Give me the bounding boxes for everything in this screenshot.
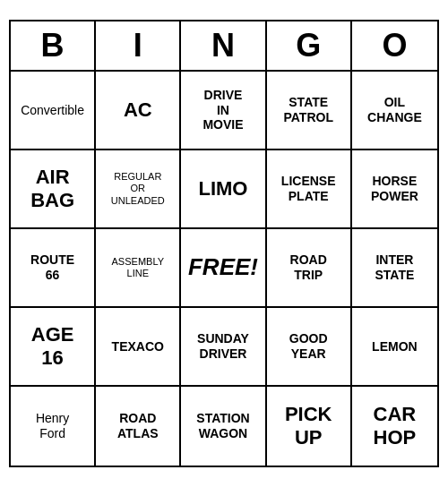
bingo-cell-16: TEXACO [96,308,181,387]
bingo-cell-6: REGULAR OR UNLEADED [96,150,181,229]
bingo-cell-3: STATE PATROL [267,72,352,150]
bingo-cell-19: LEMON [352,308,437,387]
bingo-cell-11: ASSEMBLY LINE [96,229,181,308]
bingo-cell-13: ROAD TRIP [267,229,352,308]
header-b: B [11,21,96,70]
bingo-cell-12: Free! [181,229,266,308]
bingo-header: B I N G O [11,21,437,72]
bingo-cell-8: LICENSE PLATE [267,150,352,229]
bingo-cell-20: Henry Ford [11,387,96,466]
bingo-grid: ConvertibleACDRIVE IN MOVIESTATE PATROLO… [11,72,437,466]
bingo-cell-24: CAR HOP [352,387,437,466]
bingo-cell-7: LIMO [181,150,266,229]
header-g: G [267,21,352,70]
header-n: N [181,21,266,70]
bingo-cell-21: ROAD ATLAS [96,387,181,466]
header-i: I [96,21,181,70]
bingo-cell-0: Convertible [11,72,96,150]
bingo-cell-22: STATION WAGON [181,387,266,466]
bingo-cell-15: AGE 16 [11,308,96,387]
bingo-cell-10: ROUTE 66 [11,229,96,308]
bingo-cell-17: SUNDAY DRIVER [181,308,266,387]
bingo-card: B I N G O ConvertibleACDRIVE IN MOVIESTA… [9,20,439,467]
bingo-cell-1: AC [96,72,181,150]
bingo-cell-4: OIL CHANGE [352,72,437,150]
bingo-cell-5: AIR BAG [11,150,96,229]
bingo-cell-2: DRIVE IN MOVIE [181,72,266,150]
bingo-cell-9: HORSE POWER [352,150,437,229]
bingo-cell-18: GOOD YEAR [267,308,352,387]
bingo-cell-14: INTER STATE [352,229,437,308]
header-o: O [352,21,437,70]
bingo-cell-23: PICK UP [267,387,352,466]
